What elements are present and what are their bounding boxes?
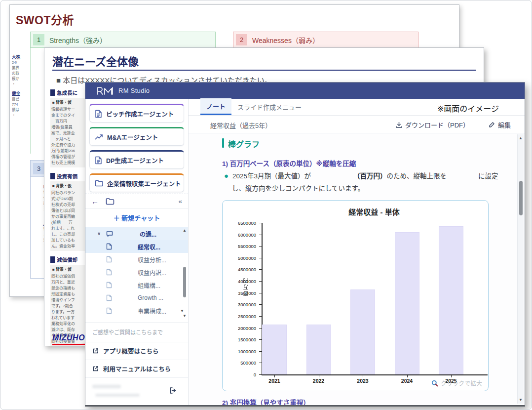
section-body: ■ 背景・仮情報処理サー金までのタイ 百万円増強(従業員案で、売掛金 ヶ月へと外… [50,98,88,167]
collapse-sidebar-icon[interactable]: « [179,198,182,205]
weaknesses-number-badge: 2 [236,34,247,45]
redacted-username [92,385,121,388]
y-tick-mark [259,316,262,317]
main-scrollbar[interactable]: ▲ ▼ [517,134,524,404]
bullet-dot: ● [224,171,228,180]
section-text-line: 懸念の指摘も [51,286,88,291]
app-overview-link[interactable]: アプリ概要はこちら [85,342,188,360]
y-tick-mark [259,339,262,340]
user-manual-link[interactable]: 利用マニュアルはこちら [85,360,188,377]
needs-section-3: 減価償却■ 背景・仮同社の減価償万円と、直近懸念の指摘も形固定資産も環境やインフ… [50,256,88,346]
scroll-up-icon[interactable]: ▲ [183,228,187,233]
needs-section-header: 急成長に [50,89,88,96]
app-sidebar: ピッチ作成エージェントM&AエージェントDP生成エージェント企業情報収集エージェ… [85,99,189,405]
section-text-line: われています [51,315,88,321]
agent-button-2[interactable]: M&Aエージェント [89,127,184,146]
scroll-up-icon[interactable]: ▲ [519,136,523,140]
section-text-line: かの事業再編 [51,214,88,220]
chat-item-3[interactable]: 収益内訳... [85,266,188,279]
y-tick-mark [259,328,262,328]
strengths-label: Strengths（強み） [49,35,107,45]
section-header-label: 投資有価 [57,172,77,180]
click-to-zoom-hint[interactable]: クリックで拡大 [431,379,482,387]
scroll-down-icon[interactable]: ▼ [519,398,523,402]
point1-heading: 1) 百万円ベース（原表の単位）※縦軸を圧縮 [222,158,356,168]
y-tick-label: 2500000 [238,313,256,319]
section-header-label: 減価償却 [57,256,77,263]
y-tick-label: 4500000 [238,267,256,272]
p1-seg-d: に設定 [478,170,498,180]
scrollbar-thumb[interactable] [519,181,523,215]
chat-item-label: 収益内訳... [138,268,166,277]
y-tick-label: 0 [254,372,256,377]
magnifier-icon [431,380,438,387]
fragment-text-line: 模か [12,76,35,82]
chat-group-row[interactable]: ∨の過... [85,227,188,240]
download-pdf-button[interactable]: ダウンロード（PDF） [396,120,469,129]
p1-seg-c: のため、縦軸上限を [387,170,447,180]
new-chat-button[interactable]: ＋ 新規チャット [85,208,188,226]
edit-button[interactable]: 編集 [489,120,511,129]
sidebar-account-row [85,377,188,403]
y-tick-mark [259,351,262,352]
y-tick-mark [259,258,262,258]
section-header-label: 急成長に [57,89,77,96]
logout-icon[interactable] [169,387,177,394]
needs-section-header: 減価償却 [50,256,88,263]
app-brand-name: RM Studio [118,87,150,94]
y-tick-mark [259,269,262,270]
chart-bar-2024 [395,232,419,374]
scrollbar-thumb[interactable] [183,267,186,297]
fragment-text-line: 24/ [12,60,35,65]
agent-button-3[interactable]: DP生成エージェント [89,150,184,169]
y-tick-mark [259,281,262,282]
fragment-heading-link: 大株 [12,54,35,60]
section-text-line: 情報処理サー [51,107,88,113]
section-body: ■ 背景・仮同社のバラン式)が'24/3期社株式の売却簿価とほぼ同かの事業再編(… [50,181,88,251]
chat-item-5[interactable]: Growth ... [85,291,188,304]
tab-note[interactable]: ノート [200,98,231,115]
document-icon [95,110,102,118]
back-icon[interactable]: ← [91,197,99,205]
chat-item-6[interactable]: 事業構成...▼ [85,304,188,317]
y-tick-label: 1500000 [238,337,256,342]
scroll-down-icon[interactable]: ▼ [183,314,187,318]
bar-chart-section-heading: 棒グラフ [228,138,260,150]
fragment-text-line: 業界 [12,65,35,71]
section-subheading: ■ 背景・仮 [52,267,88,273]
point1-bullet-line2: し、縦方向を少しコンパクトにしています。 [232,183,364,193]
tab-slide-menu[interactable]: スライド作成メニュー [231,98,307,115]
chat-item-1[interactable]: 経常収... [85,240,188,253]
agent-button-4[interactable]: 企業情報収集エージェント [89,173,184,192]
rm-studio-window: RM Studio ピッチ作成エージェントM&AエージェントDP生成エージェント… [85,82,525,407]
section-text-line: 式)が'24/3期 [51,196,88,202]
folder-icon[interactable] [106,198,114,205]
needs-section-1: 急成長に■ 背景・仮情報処理サー金までのタイ 百万円増強(従業員案で、売掛金 ヶ… [50,89,88,167]
chevron-down-icon: ∨ [97,231,102,236]
agent-label: DP生成エージェント [106,156,164,165]
chat-item-4[interactable]: 組織構... [85,279,188,291]
chat-item-label: 組織構... [138,281,160,289]
agent-button-1[interactable]: ピッチ作成エージェント [89,104,184,123]
chat-list-scrollbar[interactable]: ▲ ▼ [182,228,187,318]
y-tick-mark [259,223,262,223]
chart-bar-2021 [262,325,287,374]
chat-item-2[interactable]: 収益分析... [85,253,188,266]
y-tick-label: 1000000 [238,348,256,354]
x-tick-label: 2024 [392,378,422,384]
app-header-bar: RM Studio [85,82,525,99]
bar-chart-card[interactable]: 経常収益 - 単体 百万円 05000001000000150000020000… [222,200,489,391]
section-text-line: 社も売上規模 [51,160,88,166]
folder-icon [95,180,103,187]
x-tick-mark [319,375,319,377]
y-tick-label: 3000000 [238,302,256,307]
app-overview-link-label: アプリ概要はこちら [103,346,159,356]
section-subheading: ■ 背景・仮 [52,183,88,189]
swot-title: SWOT分析 [16,11,74,28]
chart-bar-2023 [350,289,375,374]
y-tick-label: 3500000 [238,290,256,295]
section-subheading: ■ 背景・仮 [52,100,88,106]
document-icon [95,156,102,164]
rm-studio-logo-icon [96,86,114,96]
needs-section-2: 投資有価■ 背景・仮同社のバラン式)が'24/3期社株式の売却簿価とほぼ同かの事… [50,172,88,251]
